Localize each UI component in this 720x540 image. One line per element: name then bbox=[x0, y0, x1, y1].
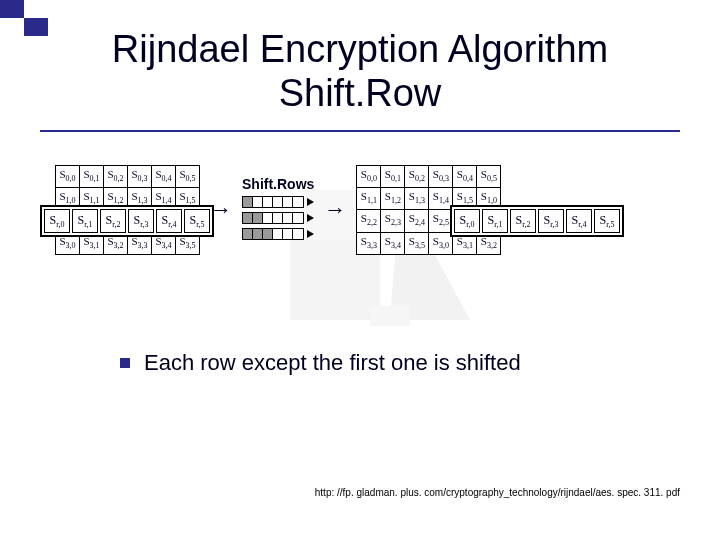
shift-operation-box: Shift.Rows bbox=[242, 176, 314, 244]
source-url: http: //fp. gladman. plus. com/cryptogra… bbox=[280, 487, 680, 498]
state-cell: S2,3 bbox=[381, 210, 405, 232]
highlight-cell: Sr,2 bbox=[510, 209, 536, 233]
mini-shift-row bbox=[242, 228, 314, 240]
title-line2: Shift.Row bbox=[279, 72, 442, 114]
state-cell: S0,2 bbox=[405, 166, 429, 188]
title-line1: Rijndael Encryption Algorithm bbox=[112, 28, 608, 70]
state-cell: S0,4 bbox=[152, 166, 176, 188]
highlight-cell: Sr,4 bbox=[566, 209, 592, 233]
state-cell: S3,3 bbox=[357, 232, 381, 254]
state-cell: S0,1 bbox=[80, 166, 104, 188]
highlight-row-input: Sr,0Sr,1Sr,2Sr,3Sr,4Sr,5 bbox=[40, 205, 214, 237]
state-cell: S0,4 bbox=[453, 166, 477, 188]
title-underline bbox=[40, 130, 680, 132]
highlight-cell: Sr,5 bbox=[184, 209, 210, 233]
arrow-icon: → bbox=[322, 197, 348, 223]
highlight-row-output: Sr,0Sr,1Sr,2Sr,3Sr,4Sr,5 bbox=[450, 205, 624, 237]
state-cell: S3,4 bbox=[381, 232, 405, 254]
state-cell: S2,4 bbox=[405, 210, 429, 232]
mini-arrow-icon bbox=[307, 214, 314, 222]
bullet-point: Each row except the first one is shifted bbox=[120, 350, 521, 376]
state-cell: S1,3 bbox=[405, 188, 429, 210]
state-cell: S0,0 bbox=[56, 166, 80, 188]
bullet-square-icon bbox=[120, 358, 130, 368]
highlight-cell: Sr,1 bbox=[72, 209, 98, 233]
slide-title: Rijndael Encryption Algorithm Shift.Row bbox=[0, 28, 720, 115]
state-cell: S0,5 bbox=[477, 166, 501, 188]
highlight-cell: Sr,1 bbox=[482, 209, 508, 233]
highlight-cell: Sr,3 bbox=[538, 209, 564, 233]
mini-shift-row bbox=[242, 196, 314, 208]
state-cell: S2,2 bbox=[357, 210, 381, 232]
svg-rect-4 bbox=[370, 306, 410, 326]
highlight-cell: Sr,5 bbox=[594, 209, 620, 233]
shift-label: Shift.Rows bbox=[242, 176, 314, 192]
highlight-cell: Sr,3 bbox=[128, 209, 154, 233]
highlight-cell: Sr,2 bbox=[100, 209, 126, 233]
mini-shift-row bbox=[242, 212, 314, 224]
mini-arrow-icon bbox=[307, 230, 314, 238]
state-cell: S0,2 bbox=[104, 166, 128, 188]
state-cell: S1,2 bbox=[381, 188, 405, 210]
mini-arrow-icon bbox=[307, 198, 314, 206]
state-cell: S0,3 bbox=[128, 166, 152, 188]
bullet-text: Each row except the first one is shifted bbox=[144, 350, 521, 376]
state-cell: S1,1 bbox=[357, 188, 381, 210]
state-cell: S0,5 bbox=[176, 166, 200, 188]
state-cell: S0,0 bbox=[357, 166, 381, 188]
highlight-cell: Sr,4 bbox=[156, 209, 182, 233]
highlight-cell: Sr,0 bbox=[44, 209, 70, 233]
state-cell: S0,1 bbox=[381, 166, 405, 188]
state-cell: S0,3 bbox=[429, 166, 453, 188]
highlight-cell: Sr,0 bbox=[454, 209, 480, 233]
state-cell: S3,5 bbox=[405, 232, 429, 254]
